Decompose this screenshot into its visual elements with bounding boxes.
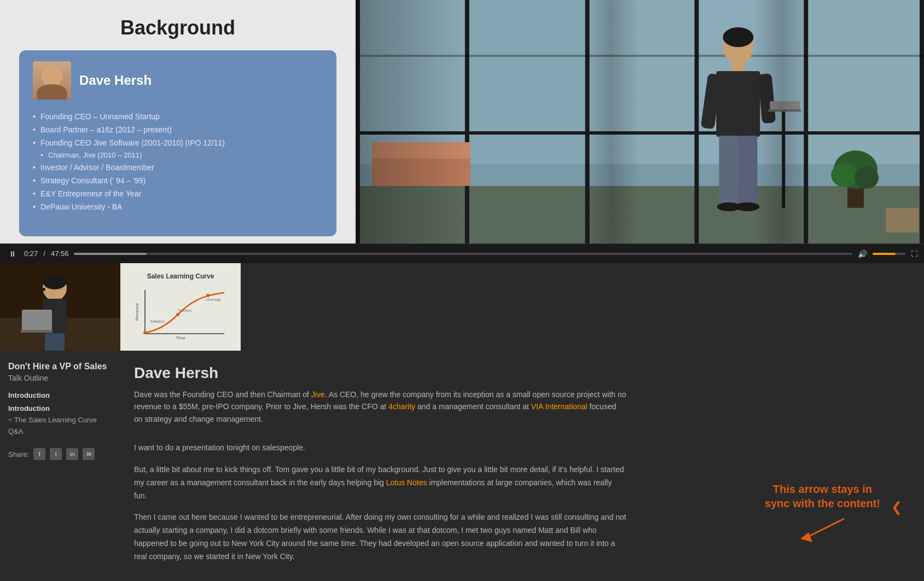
slide-title: Background — [120, 16, 235, 39]
bullet-1: Founding CEO – Unnamed Startup — [33, 111, 323, 124]
slide-panel: Background Dave Hersh Founding CEO – Unn… — [0, 0, 356, 243]
bullet-3a: Chairman, Jive (2010 – 2011) — [33, 149, 323, 161]
svg-text:Leverage: Leverage — [205, 298, 221, 302]
svg-point-41 — [42, 288, 45, 291]
video-background — [356, 0, 924, 243]
chevron-left-button[interactable]: ❮ — [891, 499, 902, 515]
video-section: Background Dave Hersh Founding CEO – Unn… — [0, 0, 924, 243]
svg-rect-11 — [699, 0, 804, 164]
svg-text:Time: Time — [176, 335, 185, 339]
slide-card-header: Dave Hersh — [33, 61, 323, 100]
sales-curve-content: Sales Learning Curve Time Revenue Initia… — [126, 264, 235, 350]
video-panel — [356, 0, 924, 243]
svg-rect-39 — [22, 310, 52, 332]
svg-line-55 — [806, 519, 844, 538]
transcript-para-2: But, a little bit about me to kick thing… — [134, 463, 626, 502]
svg-text:Traction: Traction — [178, 309, 191, 312]
thumbnail-speaker[interactable] — [0, 263, 120, 351]
sidebar-main-title: Don't Hire a VP of Sales — [8, 362, 109, 371]
transcript-para-1: I want to do a presentation tonight on s… — [134, 441, 626, 455]
sidebar-item-sales-curve[interactable]: + The Sales Learning Curve — [8, 414, 109, 426]
volume-fill — [873, 253, 896, 255]
bullet-5: Strategy Consultant (' 94 – '99) — [33, 175, 323, 188]
bio-text-1: Dave was the Founding CEO and then Chair… — [134, 390, 311, 399]
svg-rect-5 — [694, 0, 699, 243]
svg-rect-16 — [372, 142, 470, 159]
svg-text:Revenue: Revenue — [135, 303, 140, 321]
volume-bar[interactable] — [873, 253, 905, 255]
sales-curve-title: Sales Learning Curve — [134, 272, 227, 280]
sidebar-item-qa[interactable]: Q&A — [8, 426, 109, 437]
svg-rect-28 — [770, 101, 800, 111]
svg-rect-3 — [465, 0, 469, 243]
jive-link[interactable]: Jive — [311, 390, 325, 399]
svg-rect-12 — [808, 0, 920, 164]
thumb-speaker-image — [0, 263, 120, 351]
svg-rect-2 — [356, 0, 360, 243]
svg-point-24 — [717, 202, 741, 211]
svg-rect-27 — [782, 109, 785, 208]
svg-point-52 — [143, 331, 147, 334]
pause-button[interactable]: ⏸ — [7, 248, 19, 259]
svg-rect-0 — [356, 0, 924, 243]
bio-text-3: and a management consultant at — [415, 402, 531, 411]
svg-rect-21 — [758, 73, 776, 124]
slide-card-bullets: Founding CEO – Unnamed Startup Board Par… — [33, 111, 323, 214]
svg-rect-10 — [590, 0, 695, 164]
share-label: Share: — [8, 450, 29, 458]
email-icon[interactable]: ✉ — [83, 448, 95, 460]
lotus-notes-link[interactable]: Lotus Notes — [386, 478, 427, 487]
progress-bar[interactable] — [74, 253, 852, 255]
current-time: 0:27 — [24, 249, 38, 258]
svg-marker-56 — [800, 532, 812, 542]
slide-card-name: Dave Hersh — [79, 73, 152, 88]
slide-card: Dave Hersh Founding CEO – Unnamed Startu… — [19, 50, 336, 236]
time-separator: / — [43, 249, 45, 258]
svg-rect-14 — [356, 55, 924, 57]
bullet-2: Board Partner – a16z (2012 – present) — [33, 124, 323, 137]
progress-fill — [74, 253, 146, 255]
svg-point-31 — [834, 150, 877, 189]
svg-point-33 — [855, 167, 879, 189]
svg-point-42 — [43, 274, 67, 289]
svg-rect-34 — [886, 208, 919, 233]
transcript-para-3: Then I came out here because I wanted to… — [134, 511, 626, 563]
svg-rect-7 — [920, 0, 924, 243]
bullet-7: DePauw University - BA — [33, 201, 323, 214]
svg-point-25 — [735, 202, 759, 211]
video-scene — [356, 0, 924, 243]
svg-rect-22 — [719, 136, 738, 207]
svg-rect-15 — [372, 153, 470, 186]
bullet-4: Investor / Advisor / Boardmember — [33, 161, 323, 175]
annotation-arrow — [789, 516, 855, 543]
svg-point-54 — [206, 294, 210, 297]
svg-rect-1 — [356, 186, 924, 243]
via-link[interactable]: VIA International — [531, 402, 588, 411]
svg-rect-4 — [585, 0, 590, 243]
sidebar-item-introduction[interactable]: Introduction — [8, 403, 109, 414]
linkedin-icon[interactable]: in — [66, 448, 78, 460]
bullet-3: Founding CEO Jive Software (2001-2010) (… — [33, 137, 323, 150]
bullet-6: E&Y Entrepreneur of the Year — [33, 188, 323, 201]
svg-rect-8 — [360, 0, 465, 164]
avatar — [33, 61, 71, 100]
plus-icon: + — [8, 416, 12, 424]
svg-rect-18 — [731, 61, 745, 72]
share-bar: Share: f t in ✉ — [8, 448, 109, 460]
svg-point-32 — [831, 163, 858, 187]
facebook-icon[interactable]: f — [33, 448, 45, 460]
svg-rect-23 — [738, 136, 757, 207]
4charity-link[interactable]: 4charity — [388, 402, 415, 411]
video-controls: ⏸ 0:27 / 47:56 🔊 ⛶ — [0, 243, 924, 263]
svg-rect-43 — [45, 333, 55, 351]
thumbnail-sales-curve[interactable]: Sales Learning Curve Time Revenue Initia… — [120, 263, 241, 351]
svg-point-26 — [723, 27, 753, 47]
svg-rect-9 — [469, 0, 585, 164]
svg-text:Initiation: Initiation — [150, 319, 165, 323]
fullscreen-button[interactable]: ⛶ — [911, 250, 917, 258]
svg-point-17 — [723, 29, 753, 64]
annotation-text: This arrow stays insync with the content… — [765, 482, 880, 510]
svg-rect-44 — [55, 333, 65, 351]
twitter-icon[interactable]: t — [50, 448, 62, 460]
svg-rect-20 — [701, 73, 722, 130]
